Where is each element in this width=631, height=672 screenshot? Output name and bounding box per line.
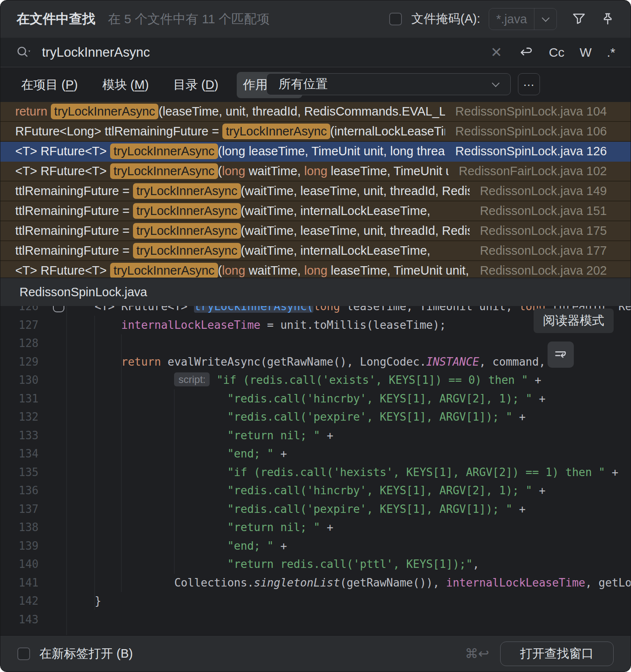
result-file-label: RedissonSpinLock.java 104 — [455, 105, 607, 118]
result-row[interactable]: ttlRemainingFuture = tryLockInnerAsync(w… — [0, 182, 631, 201]
result-file-label: RedissonSpinLock.java 106 — [455, 124, 607, 138]
code-line: 136 "redis.call('hincrby', KEYS[1], ARGV… — [0, 482, 631, 500]
regex-toggle[interactable]: .* — [607, 45, 615, 60]
open-in-new-tab-label: 在新标签打开 (B) — [39, 645, 133, 662]
code-line: 131 "redis.call('hincrby', KEYS[1], ARGV… — [0, 390, 631, 408]
file-mask-checkbox[interactable] — [389, 13, 402, 25]
clear-search-icon[interactable]: ✕ — [490, 45, 502, 59]
code-line: 140 "return redis.call('pttl', KEYS[1]);… — [0, 555, 631, 574]
editor-preview[interactable]: 126 <T> RFuture<T> tryLockInnerAsync(lon… — [0, 306, 631, 635]
line-number: 130 — [0, 371, 39, 390]
file-mask-dropdown-button[interactable] — [534, 8, 556, 30]
chevron-down-icon — [492, 79, 499, 87]
soft-wrap-button[interactable] — [548, 342, 574, 368]
file-mask-combo[interactable]: *.java — [489, 8, 557, 30]
result-file-label: RedissonFairLock.java 102 — [459, 164, 607, 178]
code-line: 129 return evalWriteAsync(getRawName(), … — [0, 353, 631, 372]
override-gutter-icon[interactable] — [53, 306, 64, 312]
code-line: 130 script: "if (redis.call('exists', KE… — [0, 371, 631, 390]
code-line: 135 "if (redis.call('hexists', KEYS[1], … — [0, 463, 631, 482]
newline-icon[interactable] — [518, 44, 534, 61]
search-input[interactable]: tryLockInnerAsync — [42, 45, 150, 60]
scope-button-M[interactable]: 模块 (M) — [96, 72, 155, 98]
line-number: 141 — [0, 574, 39, 592]
result-file-label: RedissonSpinLock.java 126 — [455, 144, 607, 158]
match-summary: 在 5 个文件中有 11 个匹配项 — [108, 11, 269, 28]
chevron-down-icon — [542, 14, 549, 22]
code-line: 133 "return nil; " + — [0, 427, 631, 445]
result-file-label: RedissonLock.java 151 — [480, 204, 607, 218]
dialog-title: 在文件中查找 — [17, 10, 95, 28]
result-file-label: RedissonLock.java 202 — [480, 264, 607, 278]
search-icon[interactable] — [16, 45, 33, 60]
code-line: 139 "end; " + — [0, 537, 631, 556]
line-number: 133 — [0, 427, 39, 445]
preview-file-title: RedissonSpinLock.java — [19, 285, 147, 299]
code-line: 142 } — [0, 592, 631, 611]
code-line: 143 — [0, 611, 631, 629]
line-number: 127 — [0, 316, 39, 335]
line-number: 128 — [0, 334, 39, 353]
result-file-label: RedissonLock.java 177 — [480, 244, 607, 258]
more-options-button[interactable]: … — [518, 73, 540, 95]
find-in-files-dialog: 在文件中查找 在 5 个文件中有 11 个匹配项 文件掩码(A): *.java… — [0, 0, 631, 672]
line-number: 135 — [0, 463, 39, 482]
filter-icon[interactable] — [572, 12, 586, 26]
result-row[interactable]: <T> RFuture<T> tryLockInnerAsync(long wa… — [0, 261, 631, 278]
code-line: 137 "redis.call('pexpire', KEYS[1], ARGV… — [0, 500, 631, 519]
line-number: 139 — [0, 537, 39, 556]
scope-row: 在项目 (P)模块 (M)目录 (D)作用域(S) 所有位置 … — [0, 68, 631, 102]
reader-mode-tooltip: 阅读器模式 — [534, 308, 614, 333]
words-toggle[interactable]: W — [580, 45, 592, 60]
line-number: 126 — [0, 306, 39, 316]
code-line: 128 — [0, 334, 631, 353]
result-row[interactable]: ttlRemainingFuture = tryLockInnerAsync(w… — [0, 201, 631, 221]
result-row[interactable]: RFuture<Long> ttlRemainingFuture = tryLo… — [0, 122, 631, 142]
match-case-toggle[interactable]: Cc — [549, 45, 565, 60]
line-number: 129 — [0, 353, 39, 372]
file-mask-label: 文件掩码(A): — [411, 11, 480, 28]
shortcut-hint: ⌘↩ — [465, 646, 489, 661]
preview-header: RedissonSpinLock.java — [0, 278, 631, 306]
line-number: 143 — [0, 611, 39, 629]
line-number: 142 — [0, 592, 39, 611]
open-in-new-tab-checkbox[interactable] — [17, 647, 30, 660]
code-line: 138 "return nil; " + — [0, 518, 631, 537]
code-line: 132 "redis.call('pexpire', KEYS[1], ARGV… — [0, 408, 631, 427]
search-row: tryLockInnerAsync ✕ Cc W .* — [0, 38, 631, 67]
code-line: 141 Collections.singletonList(getRawName… — [0, 574, 631, 592]
result-file-label: RedissonLock.java 149 — [480, 184, 607, 198]
scope-select[interactable]: 所有位置 — [266, 73, 511, 95]
result-file-label: RedissonLock.java 175 — [480, 224, 607, 238]
editor-lines: 126 <T> RFuture<T> tryLockInnerAsync(lon… — [0, 306, 631, 629]
line-number: 136 — [0, 482, 39, 500]
result-row[interactable]: ttlRemainingFuture = tryLockInnerAsync(w… — [0, 241, 631, 261]
result-row[interactable]: return tryLockInnerAsync(leaseTime, unit… — [0, 102, 631, 122]
open-find-window-button[interactable]: 打开查找窗口 — [500, 642, 614, 666]
line-number: 137 — [0, 500, 39, 519]
title-bar: 在文件中查找 在 5 个文件中有 11 个匹配项 文件掩码(A): *.java — [0, 0, 631, 38]
results-list: return tryLockInnerAsync(leaseTime, unit… — [0, 102, 631, 278]
scope-bar-buttons: 在项目 (P)模块 (M)目录 (D)作用域(S) — [15, 68, 302, 102]
result-row[interactable]: <T> RFuture<T> tryLockInnerAsync(long le… — [0, 142, 631, 162]
line-number: 140 — [0, 555, 39, 574]
scope-button-D[interactable]: 目录 (D) — [167, 72, 224, 98]
line-number: 131 — [0, 390, 39, 408]
code-line: 134 "end; " + — [0, 445, 631, 463]
footer-bar: 在新标签打开 (B) ⌘↩ 打开查找窗口 — [0, 635, 631, 672]
line-number: 138 — [0, 518, 39, 537]
line-number: 134 — [0, 445, 39, 463]
result-row[interactable]: ttlRemainingFuture = tryLockInnerAsync(w… — [0, 221, 631, 241]
soft-wrap-icon — [554, 347, 568, 362]
scope-button-P[interactable]: 在项目 (P) — [15, 72, 84, 98]
scope-select-value: 所有位置 — [279, 76, 328, 93]
pin-icon[interactable] — [601, 12, 614, 26]
file-mask-value: *.java — [489, 8, 534, 30]
result-row[interactable]: <T> RFuture<T> tryLockInnerAsync(long wa… — [0, 162, 631, 182]
line-number: 132 — [0, 408, 39, 427]
